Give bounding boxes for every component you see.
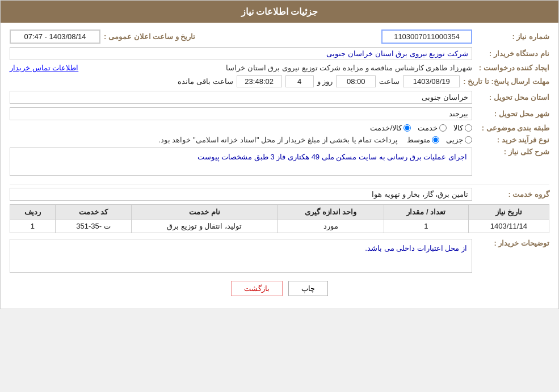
label-service-group: گروه خدمت : — [476, 190, 549, 199]
main-content: شماره نیاز : 1103007011000354 تاریخ و سا… — [1, 23, 558, 309]
label-time: ساعت — [379, 77, 400, 86]
buttons-row: چاپ بازگشت — [10, 281, 549, 296]
row-province: استان محل تحویل : خراسان جنوبی — [10, 91, 549, 104]
category-option-khedmat: خدمت — [418, 124, 447, 132]
back-button[interactable]: بازگشت — [231, 281, 283, 296]
value-deadline-date: 1403/08/19 — [403, 75, 460, 87]
table-row: 1403/11/14 1 مورد تولید، انتقال و توزیع … — [10, 220, 549, 233]
label-buyer-org: نام دستگاه خریدار : — [476, 49, 549, 58]
radio-medium[interactable] — [432, 136, 439, 144]
row-purchase-type: نوع فرآیند خرید : جزیی متوسط پرداخت تمام… — [10, 136, 549, 144]
row-notes: توضیحات خریدار : از محل اعتبارات داخلی م… — [10, 239, 549, 273]
value-buyer-org: شرکت توزیع نیروی برق استان خراسان جنوبی — [10, 47, 472, 60]
table-header-row: تاریخ نیاز تعداد / مقدار واحد اندازه گیر… — [10, 205, 549, 220]
label-need-number: شماره نیاز : — [476, 32, 549, 41]
row-need-number: شماره نیاز : 1103007011000354 تاریخ و سا… — [10, 29, 549, 44]
label-announce: تاریخ و ساعت اعلان عمومی : — [104, 32, 195, 41]
label-purchase-type: نوع فرآیند خرید : — [476, 136, 549, 144]
value-deadline-time: 08:00 — [336, 75, 376, 87]
services-table: تاریخ نیاز تعداد / مقدار واحد اندازه گیر… — [10, 204, 549, 233]
purchase-option-partial: جزیی — [446, 136, 472, 144]
label-kala: کالا — [453, 124, 463, 132]
cell-service-code: ت -35-351 — [55, 220, 131, 233]
label-kala-khedmat: کالا/خدمت — [370, 124, 402, 132]
label-category: طبقه بندی موضوعی : — [476, 124, 549, 132]
row-city: شهر محل تحویل : بیرجند — [10, 107, 549, 120]
label-days: روز و — [317, 77, 333, 86]
label-remaining: ساعت باقی مانده — [178, 77, 233, 86]
radio-kala[interactable] — [465, 124, 472, 132]
cell-need-date: 1403/11/14 — [468, 220, 549, 233]
radio-khedmat[interactable] — [439, 124, 447, 132]
category-option-kala: کالا — [453, 124, 472, 132]
value-announce-date: 1403/08/14 - 07:47 — [10, 29, 100, 44]
label-khedmat: خدمت — [418, 124, 438, 132]
page-title: جزئیات اطلاعات نیاز — [241, 7, 318, 16]
row-deadline: مهلت ارسال پاسخ: تا تاریخ : 1403/08/19 س… — [10, 75, 549, 87]
value-service-group: تامین برق، گاز، بخار و تهویه هوا — [10, 188, 472, 201]
print-button[interactable]: چاپ — [288, 281, 328, 296]
contact-link[interactable]: اطلاعات تماس خریدار — [10, 64, 78, 72]
purchase-type-description: پرداخت تمام یا بخشی از مبلغ خریدار از مح… — [158, 136, 398, 144]
row-category: طبقه بندی موضوعی : کالا خدمت کالا/خدمت — [10, 124, 549, 132]
cell-quantity: 1 — [384, 220, 468, 233]
row-requester: ایجاد کننده درخواست : شهرزاد طاهری کارشن… — [10, 64, 549, 72]
label-medium: متوسط — [407, 136, 430, 144]
purchase-option-medium: متوسط — [407, 136, 439, 144]
category-radio-group: کالا خدمت کالا/خدمت — [370, 124, 472, 132]
col-row-num: ردیف — [10, 205, 56, 220]
col-service-code: کد خدمت — [55, 205, 131, 220]
row-service-group: گروه خدمت : تامین برق، گاز، بخار و تهویه… — [10, 188, 549, 201]
row-description: شرح کلی نیاز : اجرای عملیات برق رسانی به… — [10, 147, 549, 176]
cell-unit: مورد — [278, 220, 384, 233]
radio-partial[interactable] — [465, 136, 472, 144]
services-section-title — [10, 182, 549, 184]
label-notes: توضیحات خریدار : — [476, 239, 549, 247]
label-partial: جزیی — [446, 136, 463, 144]
value-notes: از محل اعتبارات داخلی می باشد. — [10, 239, 472, 273]
value-need-number: 1103007011000354 — [381, 29, 472, 44]
value-deadline-days: 4 — [285, 75, 314, 87]
value-city: بیرجند — [10, 107, 472, 120]
label-requester: ایجاد کننده درخواست : — [476, 64, 549, 72]
value-deadline-timer: 23:48:02 — [237, 75, 282, 87]
label-province: استان محل تحویل : — [476, 93, 549, 102]
col-quantity: تعداد / مقدار — [384, 205, 468, 220]
label-city: شهر محل تحویل : — [476, 109, 549, 118]
row-buyer-org: نام دستگاه خریدار : شرکت توزیع نیروی برق… — [10, 47, 549, 60]
value-description: اجرای عملیات برق رسانی به سایت مسکن ملی … — [10, 147, 472, 176]
col-service-name: نام خدمت — [132, 205, 278, 220]
purchase-type-radio-group: جزیی متوسط — [407, 136, 472, 144]
radio-kala-khedmat[interactable] — [404, 124, 411, 132]
value-requester: شهرزاد طاهری کارشناس مناقصه و مزایده شرک… — [82, 64, 472, 72]
col-unit: واحد اندازه گیری — [278, 205, 384, 220]
cell-service-name: تولید، انتقال و توزیع برق — [132, 220, 278, 233]
col-need-date: تاریخ نیاز — [468, 205, 549, 220]
label-deadline: مهلت ارسال پاسخ: تا تاریخ : — [463, 77, 549, 86]
cell-row-num: 1 — [10, 220, 56, 233]
category-option-kala-khedmat: کالا/خدمت — [370, 124, 411, 132]
value-province: خراسان جنوبی — [10, 91, 472, 104]
label-description: شرح کلی نیاز : — [476, 147, 549, 156]
page-wrapper: جزئیات اطلاعات نیاز شماره نیاز : 1103007… — [0, 0, 559, 309]
page-header: جزئیات اطلاعات نیاز — [1, 1, 558, 23]
